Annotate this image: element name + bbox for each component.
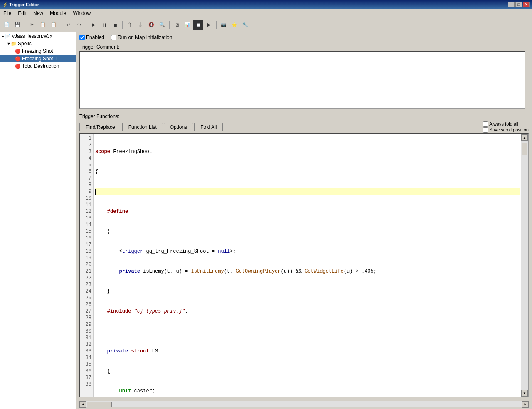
tab-findreplace[interactable]: Find/Replace xyxy=(79,123,121,131)
code-line-5: { xyxy=(95,228,520,235)
tab-row: Find/Replace Function List Options Fold … xyxy=(76,120,532,133)
toolbar-fill[interactable]: ◼ xyxy=(193,20,203,30)
save-scroll-label[interactable]: Save scroll position xyxy=(483,127,529,133)
scrollbar-up-btn[interactable]: ▲ xyxy=(521,134,528,141)
enabled-checkbox[interactable] xyxy=(79,35,85,40)
scrollbar-down-btn[interactable]: ▼ xyxy=(521,390,528,397)
trigger-functions-label: Trigger Functions: xyxy=(76,112,532,120)
trigger-options: Enabled Run on Map Initialization xyxy=(76,32,532,42)
vertical-scrollbar[interactable]: ▲ ▼ xyxy=(521,134,528,397)
tab-foldall[interactable]: Fold All xyxy=(194,123,223,131)
toolbar-paste[interactable]: 📋 xyxy=(49,20,59,30)
sidebar-item-freezingshot1[interactable]: 🔴 Freezing Shot 1 xyxy=(0,55,76,62)
run-on-map-init-checkbox[interactable] xyxy=(111,35,116,40)
save-scroll-checkbox[interactable] xyxy=(483,127,488,133)
scrollbar-thumb[interactable] xyxy=(522,143,527,155)
toolbar-sep-4 xyxy=(122,21,123,29)
trigger-comment-label: Trigger Comment: xyxy=(79,44,529,50)
close-button[interactable]: ✕ xyxy=(523,2,530,7)
toolbar-settings[interactable]: 🔧 xyxy=(240,20,250,30)
trigger-comment-section: Trigger Comment: xyxy=(76,42,532,112)
sidebar-file-label: vJass_lesson.w3x xyxy=(12,33,52,39)
tab-checkboxes: Always fold all Save scroll position xyxy=(483,121,529,133)
menu-module[interactable]: Module xyxy=(47,10,69,17)
toolbar-pause[interactable]: ⏸ xyxy=(99,20,109,30)
code-line-1: scope FreezingShoot xyxy=(95,148,520,155)
toolbar-run[interactable]: ▶ xyxy=(89,20,99,30)
code-line-2: { xyxy=(95,168,520,175)
toolbar-sep-1 xyxy=(25,21,25,29)
toolbar-cut[interactable]: ✂ xyxy=(27,20,37,30)
sidebar-freezingshot-label: Freezing Shot xyxy=(22,48,53,54)
code-line-4: #define xyxy=(95,208,520,215)
trigger-icon-1: 🔴 xyxy=(15,49,21,54)
scrollbar-right-btn[interactable]: ► xyxy=(522,401,529,408)
code-line-3 xyxy=(95,188,520,195)
tab-functionlist[interactable]: Function List xyxy=(122,123,163,131)
toolbar-copy[interactable]: 📋 xyxy=(38,20,48,30)
code-editor-container: 1234567891011121314151617181920212223242… xyxy=(79,133,529,397)
trigger-icon-3: 🔴 xyxy=(15,64,21,69)
always-fold-text: Always fold all xyxy=(489,121,518,126)
toolbar-redo[interactable]: ↪ xyxy=(74,20,84,30)
toolbar-chart[interactable]: 📊 xyxy=(182,20,192,30)
h-scrollbar-thumb[interactable] xyxy=(87,402,112,407)
toolbar-sep-3 xyxy=(86,21,86,29)
sidebar-item-file[interactable]: ▸ 📄 vJass_lesson.w3x xyxy=(0,32,76,40)
menu-file[interactable]: File xyxy=(0,10,15,17)
save-scroll-text: Save scroll position xyxy=(489,127,529,132)
code-content[interactable]: scope FreezingShoot { #define { <trigger… xyxy=(94,134,521,397)
menu-window[interactable]: Window xyxy=(69,10,94,17)
scrollbar-left-btn[interactable]: ◄ xyxy=(79,401,86,408)
h-scrollbar-track[interactable] xyxy=(86,401,522,407)
run-on-map-init-text: Run on Map Initialization xyxy=(118,34,172,40)
toolbar-save[interactable]: 💾 xyxy=(12,20,22,30)
tab-options[interactable]: Options xyxy=(164,123,193,131)
toolbar-sep-5 xyxy=(169,21,170,29)
horizontal-scrollbar[interactable]: ◄ ► xyxy=(79,401,529,407)
always-fold-checkbox[interactable] xyxy=(483,121,488,127)
trigger-icon-2: 🔴 xyxy=(15,56,21,62)
sidebar-item-totaldestruction[interactable]: 🔴 Total Destruction xyxy=(0,62,76,70)
toolbar-star[interactable]: ⭐ xyxy=(229,20,239,30)
toolbar: 📄 💾 ✂ 📋 📋 ↩ ↪ ▶ ⏸ ⏹ ⇧ ⇩ 🔇 🔍 🖥 📊 ◼ ▶ 📷 ⭐ … xyxy=(0,17,532,32)
enabled-checkbox-label[interactable]: Enabled xyxy=(79,34,104,40)
sidebar: ▸ 📄 vJass_lesson.w3x ▾ 📁 Spells 🔴 Freezi… xyxy=(0,32,76,409)
run-on-map-init-label[interactable]: Run on Map Initialization xyxy=(111,34,172,40)
file-icon: 📄 xyxy=(5,34,11,39)
toolbar-mute[interactable]: 🔇 xyxy=(146,20,156,30)
title-bar: ⚡ Trigger Editor _ □ ✕ xyxy=(0,0,532,9)
menu-edit[interactable]: Edit xyxy=(15,10,30,17)
toolbar-stop[interactable]: ⏹ xyxy=(110,20,120,30)
toolbar-new[interactable]: 📄 xyxy=(2,20,12,30)
code-line-13: unit caster; xyxy=(95,388,520,394)
toolbar-export[interactable]: ⇧ xyxy=(125,20,135,30)
toolbar-play2[interactable]: ▶ xyxy=(204,20,214,30)
sidebar-spells-label: Spells xyxy=(18,41,32,47)
code-line-8: } xyxy=(95,288,520,295)
toolbar-import[interactable]: ⇩ xyxy=(135,20,145,30)
sidebar-totaldestruction-label: Total Destruction xyxy=(22,63,59,69)
toolbar-camera[interactable]: 📷 xyxy=(219,20,229,30)
code-line-12: { xyxy=(95,368,520,375)
toolbar-sep-6 xyxy=(216,21,217,29)
scrollbar-track[interactable] xyxy=(521,141,528,390)
toolbar-undo[interactable]: ↩ xyxy=(63,20,73,30)
always-fold-label[interactable]: Always fold all xyxy=(483,121,529,127)
minimize-button[interactable]: _ xyxy=(508,2,515,7)
window-controls[interactable]: _ □ ✕ xyxy=(508,2,530,7)
toolbar-screen[interactable]: 🖥 xyxy=(172,20,182,30)
code-line-11: private struct FS xyxy=(95,348,520,355)
trigger-comment-input[interactable] xyxy=(79,51,525,109)
menu-new[interactable]: New xyxy=(30,10,47,17)
line-numbers: 1234567891011121314151617181920212223242… xyxy=(80,134,94,397)
sidebar-item-freezingshot[interactable]: 🔴 Freezing Shot xyxy=(0,47,76,55)
code-line-9: #include "cj_types_priv.j"; xyxy=(95,308,520,315)
sidebar-item-spells[interactable]: ▾ 📁 Spells xyxy=(0,40,76,47)
folder-icon: 📁 xyxy=(11,41,17,47)
window-title: Trigger Editor xyxy=(9,2,508,7)
app-icon: ⚡ xyxy=(2,2,7,7)
maximize-button[interactable]: □ xyxy=(515,2,522,7)
toolbar-search[interactable]: 🔍 xyxy=(157,20,167,30)
sidebar-freezingshot1-label: Freezing Shot 1 xyxy=(22,56,57,62)
